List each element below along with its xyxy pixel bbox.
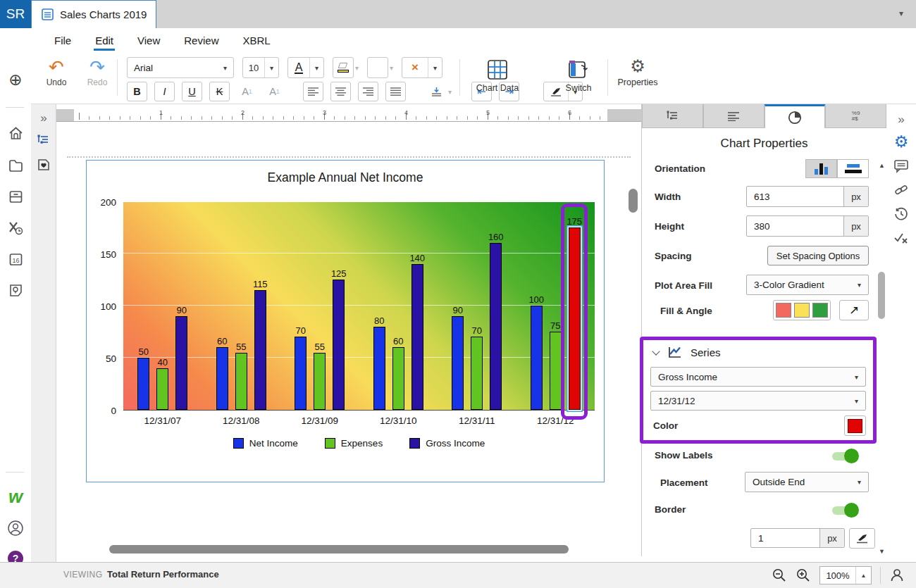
gradient-color-swatch[interactable]: [812, 303, 828, 318]
properties-button[interactable]: ⚙ Properties: [614, 58, 661, 87]
bar[interactable]: [333, 280, 345, 410]
plot-area[interactable]: 5040906055115705512580601409070160100751…: [123, 202, 595, 411]
bar[interactable]: [156, 368, 168, 410]
sidebar-item-insights[interactable]: [0, 282, 31, 299]
collapse-chevron-icon[interactable]: [652, 347, 660, 355]
tab-outline[interactable]: [642, 104, 703, 128]
sidebar-item-inbox[interactable]: [0, 189, 31, 205]
font-color-control[interactable]: A ▾: [287, 57, 324, 78]
outline-view-button[interactable]: [31, 134, 56, 147]
align-left-button[interactable]: [303, 82, 323, 101]
bar[interactable]: [411, 264, 423, 410]
tab-paragraph[interactable]: [703, 104, 765, 128]
font-size-select[interactable]: 10 ▾: [242, 57, 279, 78]
chevron-down-icon[interactable]: ▾: [448, 88, 452, 96]
sidebar-item-recent-changes[interactable]: [0, 220, 31, 236]
rail-tasks-button[interactable]: [886, 231, 916, 245]
zoom-in-button[interactable]: [796, 568, 811, 583]
align-right-button[interactable]: [358, 82, 378, 101]
expand-panel-button[interactable]: »: [31, 111, 56, 125]
placement-select[interactable]: Outside End ▾: [745, 472, 869, 492]
sidebar-item-files[interactable]: [0, 158, 31, 174]
subscript-button[interactable]: A1: [264, 82, 285, 101]
zoom-out-button[interactable]: [772, 568, 787, 583]
height-input[interactable]: 380 px: [746, 215, 869, 237]
gradient-angle-button[interactable]: ↗: [839, 300, 869, 320]
orientation-horizontal-button[interactable]: [837, 159, 869, 178]
bar[interactable]: [137, 358, 149, 410]
gradient-swatches[interactable]: [773, 300, 831, 320]
tab-number-format[interactable]: %9 #$: [825, 104, 886, 128]
series-point-select[interactable]: 12/31/12 ▾: [650, 391, 866, 411]
redo-button[interactable]: ↷ Redo: [82, 58, 113, 87]
chevron-down-icon[interactable]: ▾: [355, 64, 359, 72]
scroll-up-icon[interactable]: ▲: [877, 162, 886, 169]
sidebar-item-home[interactable]: [0, 125, 31, 142]
bar[interactable]: [550, 332, 562, 410]
rail-comments-button[interactable]: [886, 159, 916, 173]
font-family-select[interactable]: Arial ▾: [127, 57, 234, 78]
bar[interactable]: [392, 347, 404, 410]
sidebar-item-calendar[interactable]: 16: [0, 251, 31, 268]
presence-person-icon[interactable]: [889, 568, 905, 583]
underline-button[interactable]: U: [182, 82, 202, 101]
zoom-level-input[interactable]: 100% ▲: [819, 566, 872, 584]
tab-overflow-caret-icon[interactable]: ▾: [899, 8, 903, 18]
scroll-down-icon[interactable]: ▼: [877, 548, 886, 555]
collapse-panel-button[interactable]: »: [886, 113, 916, 127]
document-canvas[interactable]: Example Annual Net Income 050100150200 5…: [56, 122, 640, 562]
bar[interactable]: [531, 306, 543, 410]
vertical-align-button[interactable]: [426, 81, 447, 102]
set-spacing-options-button[interactable]: Set Spacing Options: [767, 246, 869, 265]
panel-scrollbar-thumb[interactable]: [878, 272, 885, 319]
account-button[interactable]: [0, 520, 31, 537]
bar[interactable]: [471, 337, 483, 410]
canvas-horizontal-scrollbar[interactable]: [109, 545, 569, 553]
chart-data-button[interactable]: Chart Data: [471, 59, 524, 93]
border-toggle[interactable]: [832, 506, 858, 515]
rail-properties-button[interactable]: ⚙: [886, 134, 916, 149]
bar[interactable]: [175, 316, 187, 410]
tab-chart-properties[interactable]: [765, 104, 826, 128]
clear-formatting-control[interactable]: × ▾: [402, 57, 442, 78]
bar[interactable]: [295, 337, 307, 410]
menu-file[interactable]: File: [53, 30, 73, 51]
rail-links-button[interactable]: [886, 183, 916, 197]
menu-review[interactable]: Review: [182, 30, 220, 51]
border-width-input[interactable]: 1 px: [750, 528, 845, 548]
chart-object[interactable]: Example Annual Net Income 050100150200 5…: [86, 160, 605, 482]
document-tab[interactable]: Sales Charts 2019: [31, 0, 156, 28]
series-color-swatch[interactable]: [844, 415, 866, 436]
zoom-spinner-icon[interactable]: ▲: [855, 567, 871, 584]
bar[interactable]: [490, 243, 502, 410]
menu-view[interactable]: View: [136, 30, 161, 51]
align-center-button[interactable]: [330, 82, 351, 101]
bar[interactable]: [235, 353, 247, 410]
bar[interactable]: [216, 347, 228, 410]
show-labels-toggle[interactable]: [832, 452, 858, 461]
strikethrough-button[interactable]: K: [209, 82, 230, 101]
panel-scrollbar[interactable]: ▲ ▼: [877, 161, 886, 556]
create-new-button[interactable]: ⊕: [0, 70, 31, 89]
border-color-button[interactable]: [849, 528, 875, 549]
undo-button[interactable]: ↶ Undo: [41, 58, 72, 87]
bar[interactable]: [373, 327, 385, 410]
menu-xbrl[interactable]: XBRL: [241, 30, 271, 51]
italic-button[interactable]: I: [154, 82, 175, 101]
bookmarks-button[interactable]: [31, 158, 56, 172]
switch-button[interactable]: Switch: [556, 59, 601, 93]
canvas-vertical-scrollbar[interactable]: [629, 189, 638, 213]
rail-history-button[interactable]: [886, 207, 916, 221]
orientation-vertical-button[interactable]: [805, 159, 837, 178]
bar[interactable]: [254, 290, 266, 410]
chevron-down-icon[interactable]: ▾: [390, 64, 393, 72]
superscript-button[interactable]: A1: [237, 82, 257, 101]
highlight-color-button[interactable]: [333, 57, 354, 78]
gradient-color-swatch[interactable]: [776, 303, 791, 318]
plot-area-fill-select[interactable]: 3-Color Gradient ▾: [746, 275, 869, 295]
gradient-color-swatch[interactable]: [794, 303, 810, 318]
align-justify-button[interactable]: [385, 82, 406, 101]
bar[interactable]: [452, 316, 464, 410]
menu-edit[interactable]: Edit: [94, 30, 115, 51]
bold-button[interactable]: B: [127, 82, 147, 101]
